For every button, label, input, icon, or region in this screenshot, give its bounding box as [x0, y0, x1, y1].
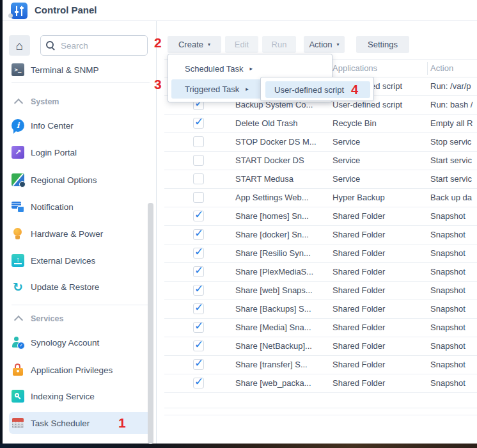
checkbox-checked-icon[interactable] — [193, 211, 204, 221]
sidebar-item-terminal-snmp[interactable]: Terminal & SNMP — [9, 60, 152, 79]
sidebar-item-synology-account[interactable]: Synology Account — [9, 333, 152, 352]
checkbox-checked-icon[interactable] — [193, 285, 204, 296]
settings-button-label: Settings — [368, 40, 398, 49]
terminal-icon — [12, 63, 24, 76]
task-action: Snapshot — [430, 374, 476, 392]
table-row[interactable]: START Docker DSServiceStart servic — [164, 152, 477, 170]
table-end-line — [164, 408, 477, 408]
task-name: Share [Resilio Syn... — [235, 244, 331, 262]
table-row[interactable]: Share [Media] Sna...Shared FolderSnapsho… — [164, 319, 477, 337]
task-application: Shared Folder — [332, 300, 428, 318]
create-button-label: Create — [178, 40, 203, 49]
sidebar-scrollbar-thumb[interactable] — [148, 203, 153, 444]
search-box[interactable] — [40, 35, 148, 56]
window-titlebar: Control Panel — [3, 0, 477, 21]
notification-icon — [12, 200, 24, 213]
sidebar-item-info-center[interactable]: Info Center — [9, 116, 152, 135]
section-label: Services — [31, 314, 63, 323]
regional-options-icon — [12, 173, 24, 186]
table-row[interactable]: Share [web_packa...Shared FolderSnapshot — [164, 374, 477, 393]
check-badge-icon — [17, 342, 25, 349]
table-row[interactable]: Share [Resilio Syn...Shared FolderSnapsh… — [164, 244, 477, 263]
sidebar-item-update-restore[interactable]: Update & Restore — [9, 277, 152, 296]
task-application: Recycle Bin — [332, 115, 428, 132]
sidebar-item-login-portal[interactable]: Login Portal — [9, 143, 152, 162]
checkbox-icon[interactable] — [193, 136, 204, 147]
chevron-up-icon — [14, 316, 23, 324]
sidebar-item-label: Task Scheduler — [31, 419, 90, 428]
sidebar-section-system[interactable]: System — [9, 93, 152, 110]
info-center-icon — [12, 119, 24, 132]
checkbox-checked-icon[interactable] — [193, 248, 204, 259]
synology-account-icon — [12, 336, 24, 349]
sidebar-item-label: Update & Restore — [31, 282, 99, 292]
control-panel-icon — [11, 3, 27, 19]
task-name: Share [web_packa... — [235, 374, 331, 392]
table-row[interactable]: Share [NetBackup]...Shared FolderSnapsho… — [164, 337, 477, 356]
task-application: Shared Folder — [332, 244, 428, 262]
task-application: Service — [332, 170, 428, 188]
sidebar: ⌂ Terminal & SNMP System Info Center Log… — [3, 21, 157, 444]
table-row[interactable]: Share [PlexMediaS...Shared FolderSnapsho… — [164, 263, 477, 282]
sidebar-item-task-scheduler[interactable]: Task Scheduler — [9, 412, 152, 434]
table-row[interactable]: App Settings Web...Hyper BackupBack up d… — [164, 189, 477, 207]
column-header-action[interactable]: Action — [430, 60, 453, 77]
checkbox-checked-icon[interactable] — [193, 359, 204, 370]
task-application: Shared Folder — [332, 374, 428, 392]
run-button[interactable]: Run — [262, 36, 296, 53]
task-name: Share [PlexMediaS... — [235, 263, 331, 281]
sidebar-section-services[interactable]: Services — [9, 310, 152, 327]
task-action: Snapshot — [430, 263, 476, 281]
table-row[interactable]: Share [homes] Sn...Shared FolderSnapshot — [164, 207, 477, 226]
checkbox-icon[interactable] — [193, 155, 204, 166]
home-button[interactable]: ⌂ — [9, 35, 30, 56]
task-name: Share [NetBackup]... — [235, 337, 331, 355]
search-input[interactable] — [59, 40, 132, 51]
table-row[interactable]: START MedusaServiceStart servic — [164, 170, 477, 189]
column-separator — [427, 62, 428, 75]
task-action: Snapshot — [430, 207, 476, 225]
chevron-down-icon — [208, 42, 210, 47]
create-button[interactable]: Create — [168, 36, 221, 53]
checkbox-checked-icon[interactable] — [193, 340, 204, 351]
sidebar-item-notification[interactable]: Notification — [9, 197, 152, 216]
hardware-power-icon — [12, 227, 24, 240]
column-header-applications[interactable]: Applications — [332, 60, 377, 77]
checkbox-checked-icon[interactable] — [193, 266, 204, 277]
sidebar-item-hardware-power[interactable]: Hardware & Power — [9, 224, 152, 243]
sidebar-item-external-devices[interactable]: External Devices — [9, 251, 152, 270]
checkbox-icon[interactable] — [193, 192, 204, 203]
task-action: Back up da — [430, 189, 476, 207]
task-action: Snapshot — [430, 300, 476, 318]
task-name: Delete Old Trash — [235, 115, 331, 132]
checkbox-checked-icon[interactable] — [193, 378, 204, 388]
task-action: Snapshot — [430, 282, 476, 300]
table-row[interactable]: Share [web] Snaps...Shared FolderSnapsho… — [164, 282, 477, 300]
checkbox-checked-icon[interactable] — [193, 322, 204, 333]
edit-button[interactable]: Edit — [225, 36, 258, 53]
table-row[interactable]: STOP Docker DS M...ServiceStop servic — [164, 133, 477, 152]
sidebar-item-regional-options[interactable]: Regional Options — [9, 170, 152, 189]
sidebar-item-label: Synology Account — [31, 338, 99, 348]
sidebar-item-indexing-service[interactable]: Indexing Service — [9, 387, 152, 406]
task-application: Shared Folder — [332, 282, 428, 300]
sidebar-item-label: Terminal & SNMP — [31, 65, 99, 75]
table-row[interactable]: Share [transfer] S...Shared FolderSnapsh… — [164, 356, 477, 374]
table-row[interactable]: Share [Backups] S...Shared FolderSnapsho… — [164, 300, 477, 319]
settings-button[interactable]: Settings — [356, 36, 409, 53]
task-name: START Docker DS — [235, 152, 331, 170]
task-application: Shared Folder — [332, 356, 428, 374]
action-button[interactable]: Action — [304, 36, 345, 53]
menu-item-label: Triggered Task — [185, 84, 239, 94]
checkbox-checked-icon[interactable] — [193, 118, 204, 129]
table-row[interactable]: Delete Old TrashRecycle BinEmpty all R — [164, 115, 477, 133]
task-application: Shared Folder — [332, 319, 428, 337]
menu-item-scheduled-task[interactable]: Scheduled Task — [171, 59, 330, 78]
sidebar-item-application-privileges[interactable]: Application Privileges — [9, 360, 152, 380]
sidebar-item-label: Notification — [31, 202, 74, 212]
table-row[interactable]: Share [docker] Sn...Shared FolderSnapsho… — [164, 226, 477, 244]
checkbox-checked-icon[interactable] — [193, 229, 204, 240]
checkbox-checked-icon[interactable] — [193, 303, 204, 314]
annotation-step-4: 4 — [351, 82, 358, 97]
checkbox-icon[interactable] — [193, 173, 204, 184]
